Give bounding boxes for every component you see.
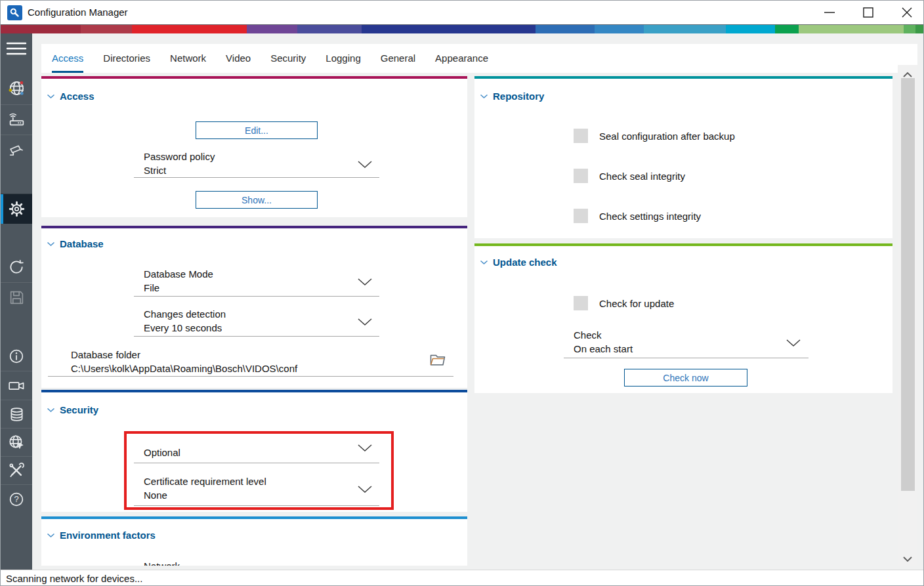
dropdown-underline (564, 358, 808, 358)
sidebar-item-save[interactable] (1, 282, 32, 312)
check-settings-integrity-checkbox[interactable] (574, 209, 588, 223)
chevron-down-icon[interactable] (357, 485, 373, 494)
maximize-icon (862, 6, 875, 19)
repository-section-header[interactable]: Repository (480, 91, 544, 102)
settings-gear-icon (8, 200, 26, 218)
database-folder-value: C:\Users\kolk\AppData\Roaming\Bosch\VIDO… (71, 363, 297, 374)
check-now-button[interactable]: Check now (624, 369, 747, 387)
sidebar-item-menu[interactable] (1, 33, 32, 64)
environment-factors-section: Environment factors Network (41, 516, 467, 566)
changes-detection-label: Changes detection (144, 308, 226, 320)
scrollbar-up-button[interactable] (902, 69, 913, 75)
chevron-down-icon (902, 556, 913, 562)
chevron-down-icon[interactable] (786, 339, 801, 348)
section-title: Repository (493, 91, 544, 102)
close-icon (900, 6, 914, 19)
seal-configuration-checkbox[interactable] (574, 129, 588, 143)
minimize-button[interactable] (814, 1, 845, 24)
active-indicator (1, 194, 3, 224)
security-section-header[interactable]: Security (47, 404, 98, 415)
tab-appearance[interactable]: Appearance (435, 44, 488, 73)
tab-video[interactable]: Video (226, 44, 251, 73)
maximize-button[interactable] (853, 1, 883, 24)
status-text: Scanning network for devices... (6, 573, 142, 584)
section-title: Security (60, 404, 98, 415)
sidebar: ? (1, 33, 32, 570)
sidebar-item-camera[interactable] (1, 135, 32, 165)
dropdown-underline (134, 296, 379, 297)
sidebar-item-video[interactable] (1, 371, 32, 400)
scrollbar-down-button[interactable] (902, 553, 913, 560)
sidebar-item-tools[interactable] (1, 456, 32, 484)
seal-configuration-label: Seal configuration after backup (599, 131, 735, 142)
repository-section: Repository Seal configuration after back… (474, 76, 892, 238)
sidebar-item-settings[interactable] (1, 194, 32, 224)
collapse-chevron-icon (47, 241, 55, 247)
chevron-up-icon (902, 72, 913, 78)
tab-directories[interactable]: Directories (103, 44, 150, 73)
sidebar-item-info[interactable] (1, 341, 32, 371)
access-section-header[interactable]: Access (47, 91, 94, 102)
certificate-requirement-label: Certificate requirement level (144, 476, 266, 487)
database-folder-label: Database folder (71, 349, 140, 360)
tab-network[interactable]: Network (170, 44, 206, 73)
update-check-section: Update check Check for update Check On e… (474, 243, 892, 393)
titlebar: Configuration Manager (1, 1, 924, 25)
minimize-icon (823, 6, 836, 19)
check-for-update-checkbox[interactable] (574, 296, 588, 310)
collapse-chevron-icon (47, 408, 55, 413)
environment-section-header[interactable]: Environment factors (47, 530, 156, 541)
section-title: Environment factors (60, 530, 156, 541)
window-title: Configuration Manager (28, 7, 128, 18)
network-scan-icon (8, 79, 26, 97)
check-settings-integrity-label: Check settings integrity (599, 211, 701, 222)
section-title: Database (60, 238, 104, 249)
tab-access[interactable]: Access (52, 44, 83, 73)
sidebar-item-web[interactable] (1, 428, 32, 456)
update-check-section-header[interactable]: Update check (480, 257, 557, 268)
dropdown-underline (134, 177, 379, 178)
sidebar-item-network-scan[interactable] (1, 72, 32, 104)
sidebar-item-database[interactable] (1, 400, 32, 428)
chevron-down-icon[interactable] (357, 160, 373, 169)
sidebar-item-router[interactable] (1, 104, 32, 135)
router-icon (9, 112, 25, 128)
check-seal-integrity-checkbox[interactable] (574, 169, 588, 183)
dropdown-underline (134, 336, 379, 337)
svg-text:?: ? (14, 494, 18, 504)
web-browser-icon (8, 434, 25, 451)
database-section: Database Database Mode File Changes dete… (41, 226, 467, 388)
secure-connection-value: Optional (144, 447, 180, 458)
changes-detection-value: Every 10 seconds (144, 322, 222, 333)
check-schedule-value: On each start (574, 343, 633, 354)
database-icon (9, 406, 25, 423)
check-for-update-label: Check for update (599, 298, 674, 309)
database-section-header[interactable]: Database (47, 238, 104, 249)
sidebar-item-refresh[interactable] (1, 252, 32, 282)
help-icon: ? (8, 491, 25, 508)
edit-button[interactable]: Edit... (196, 121, 318, 139)
show-button[interactable]: Show... (196, 191, 318, 209)
info-icon (8, 348, 25, 365)
tab-general[interactable]: General (381, 44, 415, 73)
save-icon (9, 289, 25, 306)
tab-security[interactable]: Security (270, 44, 306, 73)
sidebar-item-help[interactable]: ? (1, 484, 32, 513)
dropdown-underline (134, 463, 379, 463)
collapse-chevron-icon (480, 94, 488, 99)
brand-color-stripe (1, 25, 924, 33)
tab-logging[interactable]: Logging (326, 44, 360, 73)
chevron-down-icon[interactable] (357, 318, 373, 327)
dropdown-underline (134, 505, 379, 506)
section-title: Access (60, 91, 94, 102)
field-underline (48, 376, 453, 377)
close-button[interactable] (892, 1, 922, 24)
chevron-down-icon[interactable] (357, 444, 373, 453)
password-policy-label: Password policy (144, 151, 215, 162)
section-title: Update check (493, 257, 557, 268)
security-section: Security Optional Certificate requiremen… (41, 390, 467, 512)
browse-folder-button[interactable] (429, 352, 448, 367)
scrollbar-thumb[interactable] (901, 78, 915, 491)
chevron-down-icon[interactable] (357, 278, 373, 287)
settings-tab-bar: Access Directories Network Video Securit… (41, 44, 917, 73)
